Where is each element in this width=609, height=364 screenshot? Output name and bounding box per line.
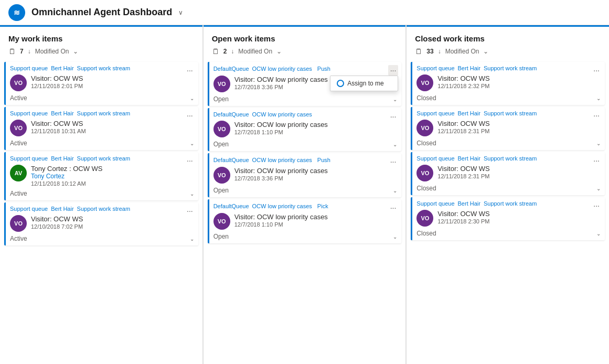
item-tag[interactable]: Support queue [416, 110, 454, 116]
item-expand-chevron-icon[interactable]: ⌄ [596, 186, 601, 191]
item-info: Visitor: OCW WS12/11/2018 2:31 PM [437, 120, 601, 134]
item-expand-chevron-icon[interactable]: ⌄ [393, 188, 397, 194]
item-more-button[interactable]: ··· [185, 155, 195, 166]
sort-label: Modified On [238, 48, 272, 55]
item-tags-mwi-1: Support queueBert HairSupport work strea… [6, 62, 198, 72]
item-more-button[interactable]: ··· [185, 206, 195, 216]
item-more-button[interactable]: ··· [388, 65, 399, 76]
assign-to-me-button[interactable]: Assign to me [330, 76, 398, 91]
item-expand-chevron-icon[interactable]: ⌄ [190, 236, 194, 242]
title-chevron-icon[interactable]: ∨ [178, 9, 183, 16]
item-expand-chevron-icon[interactable]: ⌄ [596, 141, 601, 146]
item-tag[interactable]: Bert Hair [458, 65, 480, 71]
item-more-button[interactable]: ··· [591, 110, 602, 121]
item-more-button[interactable]: ··· [591, 155, 602, 166]
item-date: 12/10/2018 7:02 PM [31, 223, 194, 230]
item-tag[interactable]: OCW low priority cases [252, 66, 312, 72]
item-tag[interactable]: Support queue [416, 65, 454, 71]
item-more-button[interactable]: ··· [185, 110, 195, 121]
column-title-my-work-items: My work items [8, 34, 194, 43]
item-date: 12/11/2018 10:31 AM [31, 128, 194, 134]
item-expand-chevron-icon[interactable]: ⌄ [190, 141, 194, 146]
item-date: 12/11/2018 2:31 PM [437, 173, 601, 179]
sort-down-icon[interactable]: ↓ [231, 48, 234, 55]
item-more-button[interactable]: ··· [591, 200, 602, 211]
item-tag[interactable]: Support work stream [77, 155, 130, 162]
work-item-mwi-1: Support queueBert HairSupport work strea… [4, 62, 198, 105]
item-more-button[interactable]: ··· [591, 65, 602, 76]
item-body-mwi-4: VOVisitor: OCW WS12/10/2018 7:02 PM [6, 213, 198, 234]
item-name: Visitor: OCW low priority cases [234, 167, 398, 175]
item-tag[interactable]: OCW low priority cases [252, 203, 312, 209]
item-tag[interactable]: DefaultQueue [213, 66, 249, 72]
item-body-mwi-1: VOVisitor: OCW WS12/11/2018 2:01 PM [6, 72, 198, 93]
work-item-mwi-2: Support queueBert HairSupport work strea… [4, 107, 198, 150]
item-tag[interactable]: Support work stream [77, 110, 130, 116]
item-expand-chevron-icon[interactable]: ⌄ [190, 191, 194, 197]
item-more-button[interactable]: ··· [185, 65, 195, 76]
sort-down-icon[interactable]: ↓ [438, 48, 441, 55]
item-expand-chevron-icon[interactable]: ⌄ [393, 234, 397, 240]
item-tag[interactable]: Support queue [10, 110, 48, 116]
item-tag[interactable]: DefaultQueue [213, 111, 249, 117]
item-tag[interactable]: Support work stream [484, 110, 537, 116]
item-expand-chevron-icon[interactable]: ⌄ [393, 97, 397, 102]
item-tag[interactable]: Bert Hair [51, 65, 73, 71]
item-status-label: Closed [416, 94, 436, 102]
item-name: Visitor: OCW WS [31, 120, 194, 127]
item-info: Visitor: OCW WS12/11/2018 2:01 PM [31, 74, 194, 89]
item-tags-owi-4: DefaultQueueOCW low priority casesPick [209, 199, 402, 211]
item-count: 7 [20, 48, 24, 55]
item-info: Visitor: OCW low priority cases12/7/2018… [234, 121, 398, 135]
item-tag[interactable]: Bert Hair [458, 155, 480, 162]
sort-chevron-icon[interactable]: ⌄ [483, 48, 488, 55]
item-tag[interactable]: Support work stream [77, 65, 130, 71]
item-tag[interactable]: Support queue [416, 200, 454, 207]
item-date: 12/11/2018 2:32 PM [437, 83, 601, 89]
item-status-row-mwi-2: Active⌄ [6, 138, 198, 150]
item-more-button[interactable]: ··· [388, 202, 399, 213]
item-tag[interactable]: Bert Hair [51, 206, 73, 212]
item-expand-chevron-icon[interactable]: ⌄ [190, 95, 194, 101]
item-expand-chevron-icon[interactable]: ⌄ [596, 231, 601, 237]
avatar: VO [10, 215, 27, 232]
item-tag[interactable]: Support work stream [484, 65, 537, 71]
item-tag[interactable]: Support work stream [77, 206, 130, 212]
item-expand-chevron-icon[interactable]: ⌄ [393, 142, 397, 147]
item-more-button[interactable]: ··· [388, 156, 399, 167]
item-date: 12/11/2018 2:31 PM [437, 128, 601, 134]
item-status-row-mwi-1: Active⌄ [6, 93, 198, 105]
item-status-row-mwi-4: Active⌄ [6, 234, 198, 245]
item-more-button[interactable]: ··· [388, 111, 399, 122]
item-tag[interactable]: Bert Hair [51, 155, 73, 162]
item-tag[interactable]: Support work stream [484, 155, 537, 162]
item-tag[interactable]: Support queue [10, 65, 48, 71]
work-item-mwi-4: Support queueBert HairSupport work strea… [4, 202, 198, 245]
item-body-cwi-3: VOVisitor: OCW WS12/11/2018 2:31 PM [412, 163, 605, 184]
item-tag[interactable]: DefaultQueue [213, 203, 249, 209]
item-tag[interactable]: OCW low priority cases [252, 111, 312, 117]
item-status-label: Active [10, 140, 27, 147]
item-tag[interactable]: Support queue [10, 206, 48, 212]
item-tag[interactable]: DefaultQueue [213, 157, 249, 163]
item-body-owi-2: VOVisitor: OCW low priority cases12/7/20… [209, 119, 402, 140]
item-tag[interactable]: Bert Hair [51, 110, 73, 116]
item-tag[interactable]: Bert Hair [458, 200, 480, 207]
item-expand-chevron-icon[interactable]: ⌄ [596, 95, 601, 101]
item-push-pick-label: Push [315, 65, 333, 72]
sort-chevron-icon[interactable]: ⌄ [73, 48, 78, 55]
sort-chevron-icon[interactable]: ⌄ [276, 48, 282, 55]
item-tag[interactable]: Support queue [416, 155, 454, 162]
avatar: VO [10, 74, 27, 91]
edit-icon: 🗒 [8, 47, 16, 56]
item-status-row-owi-4: Open⌄ [209, 232, 402, 243]
item-sub-link[interactable]: Tony Cortez [31, 173, 194, 180]
avatar: VO [416, 210, 433, 227]
sort-down-icon[interactable]: ↓ [28, 48, 31, 55]
item-tag[interactable]: Support queue [10, 155, 48, 162]
item-tags-cwi-1: Support queueBert HairSupport work strea… [412, 62, 605, 72]
item-tag[interactable]: Bert Hair [458, 110, 480, 116]
item-tag[interactable]: Support work stream [484, 200, 537, 207]
assign-circle-icon [337, 80, 344, 87]
item-tag[interactable]: OCW low priority cases [252, 157, 312, 163]
